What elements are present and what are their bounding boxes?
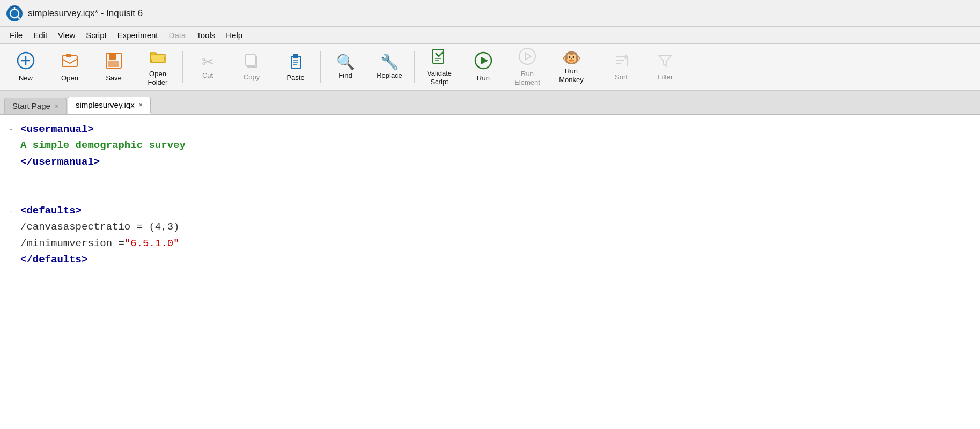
- code-line-6: - <defaults>: [9, 203, 971, 219]
- run-element-icon: [518, 47, 536, 68]
- validate-script-button[interactable]: Validate Script: [418, 46, 461, 88]
- code-text-8a: /minimumversion =: [20, 235, 124, 252]
- find-button[interactable]: 🔍 Find: [324, 46, 367, 88]
- replace-icon: 🔧: [380, 55, 399, 70]
- editor-area[interactable]: - <usermanual> A simple demographic surv…: [0, 115, 980, 429]
- code-text-6: <defaults>: [20, 203, 82, 219]
- run-monkey-icon: 🐵: [562, 50, 581, 65]
- tab-start-page[interactable]: Start Page ×: [4, 98, 67, 114]
- open-folder-label: Open Folder: [148, 70, 168, 86]
- run-element-button[interactable]: Run Element: [506, 46, 549, 88]
- gutter-1: -: [9, 124, 18, 137]
- svg-marker-25: [526, 53, 531, 60]
- open-label: Open: [61, 74, 78, 83]
- sort-button[interactable]: Sort: [600, 46, 643, 88]
- svg-marker-23: [481, 57, 488, 64]
- tab-start-page-label: Start Page: [12, 101, 50, 110]
- code-text-1: <usermanual>: [20, 121, 94, 137]
- save-icon: [105, 51, 123, 72]
- separator-1: [182, 51, 183, 83]
- code-line-2: A simple demographic survey: [9, 137, 971, 153]
- validate-label: Validate Script: [427, 69, 452, 86]
- tab-simplesurvey-label: simplesurvey.iqx: [76, 100, 135, 109]
- code-line-5: [9, 187, 971, 203]
- app-icon: [6, 5, 23, 21]
- svg-rect-15: [293, 54, 298, 58]
- paste-icon: [287, 52, 304, 72]
- find-label: Find: [338, 71, 352, 80]
- cut-button[interactable]: ✂ Cut: [186, 46, 229, 88]
- menu-edit[interactable]: Edit: [28, 28, 53, 42]
- code-line-8: /minimumversion = "6.5.1.0": [9, 235, 971, 252]
- run-button[interactable]: Run: [462, 46, 505, 88]
- run-icon: [474, 51, 492, 72]
- gutter-6: -: [9, 205, 18, 218]
- svg-rect-8: [66, 54, 71, 57]
- menu-view[interactable]: View: [53, 28, 80, 42]
- code-text-9: </defaults>: [20, 252, 87, 268]
- save-label: Save: [106, 74, 122, 83]
- open-icon: [61, 51, 79, 72]
- filter-label: Filter: [658, 73, 673, 82]
- replace-button[interactable]: 🔧 Replace: [368, 46, 411, 88]
- menu-script[interactable]: Script: [80, 28, 112, 42]
- separator-3: [414, 51, 415, 83]
- run-monkey-label: Run Monkey: [559, 67, 584, 84]
- code-line-4: [9, 170, 971, 186]
- sort-label: Sort: [615, 73, 628, 82]
- new-icon: [17, 51, 35, 72]
- svg-rect-10: [109, 53, 116, 60]
- menu-file[interactable]: File: [4, 28, 28, 42]
- copy-label: Copy: [244, 73, 260, 82]
- cut-label: Cut: [202, 71, 213, 80]
- code-text-7: /canvasaspectratio = (4,3): [20, 219, 179, 235]
- tab-simplesurvey-close[interactable]: ×: [139, 101, 143, 109]
- menu-help[interactable]: Help: [220, 28, 248, 42]
- run-element-label: Run Element: [514, 70, 540, 86]
- tab-simplesurvey[interactable]: simplesurvey.iqx ×: [68, 97, 151, 114]
- toolbar: New Open Save: [0, 44, 980, 91]
- open-folder-button[interactable]: Open Folder: [136, 46, 179, 88]
- filter-icon: [657, 53, 673, 71]
- menu-bar: File Edit View Script Experiment Data To…: [0, 27, 980, 44]
- cut-icon: ✂: [202, 55, 214, 70]
- replace-label: Replace: [377, 71, 402, 80]
- paste-label: Paste: [286, 73, 304, 82]
- menu-experiment[interactable]: Experiment: [112, 28, 164, 42]
- copy-button[interactable]: Copy: [230, 46, 273, 88]
- tab-start-page-close[interactable]: ×: [55, 102, 58, 110]
- title-bar: simplesurvey.iqx* - Inquisit 6: [0, 0, 980, 27]
- open-button[interactable]: Open: [48, 46, 91, 88]
- run-monkey-button[interactable]: 🐵 Run Monkey: [550, 46, 593, 88]
- new-button[interactable]: New: [4, 46, 47, 88]
- window-title: simplesurvey.iqx* - Inquisit 6: [28, 8, 143, 19]
- menu-data[interactable]: Data: [164, 28, 191, 42]
- code-text-3: </usermanual>: [20, 154, 100, 170]
- svg-rect-11: [108, 61, 119, 67]
- code-line-9: </defaults>: [9, 252, 971, 268]
- sort-icon: [613, 53, 629, 71]
- svg-rect-7: [62, 56, 77, 66]
- tab-bar: Start Page × simplesurvey.iqx ×: [0, 91, 980, 115]
- filter-button[interactable]: Filter: [644, 46, 687, 88]
- run-label: Run: [477, 74, 490, 83]
- copy-icon: [244, 53, 260, 71]
- menu-tools[interactable]: Tools: [191, 28, 220, 42]
- separator-4: [596, 51, 596, 83]
- code-text-2: A simple demographic survey: [20, 137, 186, 153]
- code-line-7: /canvasaspectratio = (4,3): [9, 219, 971, 235]
- svg-rect-13: [246, 55, 255, 65]
- svg-marker-30: [659, 56, 671, 66]
- svg-point-24: [519, 48, 535, 64]
- paste-button[interactable]: Paste: [274, 46, 317, 88]
- save-button[interactable]: Save: [92, 46, 135, 88]
- separator-2: [320, 51, 321, 83]
- validate-icon: [431, 48, 448, 68]
- code-line-3: </usermanual>: [9, 154, 971, 170]
- code-line-1: - <usermanual>: [9, 121, 971, 137]
- code-text-8b: "6.5.1.0": [124, 235, 180, 252]
- find-icon: 🔍: [336, 55, 355, 70]
- open-folder-icon: [149, 47, 167, 68]
- new-label: New: [19, 74, 33, 83]
